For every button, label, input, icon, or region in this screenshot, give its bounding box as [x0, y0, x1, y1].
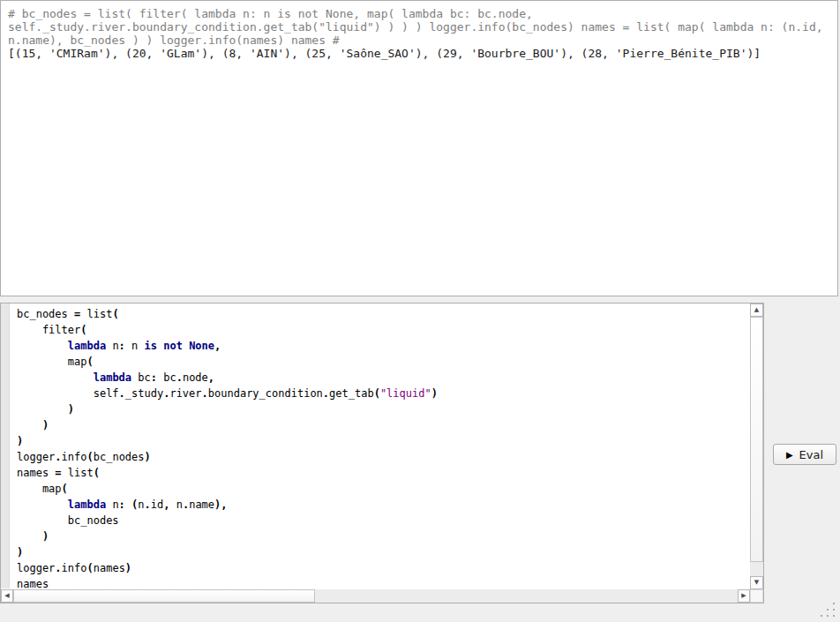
code-line: names — [17, 576, 749, 588]
history-line: self._study.river.boundary_condition.get… — [8, 20, 830, 34]
vertical-scrollbar-thumb[interactable] — [750, 317, 763, 562]
code-line: logger.info(bc_nodes) — [17, 449, 749, 465]
code-line: map( — [17, 481, 749, 497]
scroll-left-icon: ◀ — [4, 593, 9, 599]
scroll-down-button[interactable]: ▼ — [750, 576, 763, 589]
scroll-up-button[interactable]: ▲ — [750, 304, 763, 317]
eval-button[interactable]: ▶ Eval — [773, 444, 836, 465]
code-line: filter( — [17, 322, 749, 338]
history-log[interactable]: # bc_nodes = list( filter( lambda n: n i… — [0, 0, 838, 296]
code-lines: bc_nodes = list( filter( lambda n: n is … — [17, 306, 749, 588]
code-line: ) — [17, 401, 749, 417]
scroll-down-icon: ▼ — [754, 580, 759, 586]
eval-button-label: Eval — [799, 448, 824, 461]
scroll-right-button[interactable]: ▶ — [738, 589, 750, 603]
code-line: map( — [17, 354, 749, 370]
code-line: self._study.river.boundary_condition.get… — [17, 386, 749, 401]
code-line: bc_nodes — [17, 513, 749, 528]
play-icon: ▶ — [786, 450, 793, 460]
history-line: # bc_nodes = list( filter( lambda n: n i… — [8, 7, 830, 20]
history-lines: # bc_nodes = list( filter( lambda n: n i… — [8, 7, 830, 60]
resize-grip[interactable] — [821, 603, 822, 604]
editor-margin — [1, 304, 10, 588]
code-line: lambda n: (n.id, n.name), — [17, 497, 749, 513]
code-line: ) — [17, 433, 749, 449]
scroll-up-icon: ▲ — [754, 307, 759, 313]
code-line: logger.info(names) — [17, 560, 749, 576]
code-line: lambda bc: bc.node, — [17, 370, 749, 386]
code-line: names = list( — [17, 465, 749, 481]
history-line: [(15, 'CMIRam'), (20, 'GLam'), (8, 'AIN'… — [8, 47, 830, 60]
horizontal-scrollbar-thumb[interactable] — [13, 589, 315, 603]
code-line: ) — [17, 417, 749, 433]
code-line: lambda n: n is not None, — [17, 338, 749, 354]
history-line: n.name), bc_nodes ) ) logger.info(names)… — [8, 34, 830, 47]
code-line: bc_nodes = list( — [17, 306, 749, 322]
scroll-left-button[interactable]: ◀ — [1, 589, 13, 603]
code-editor-pane: bc_nodes = list( filter( lambda n: n is … — [0, 303, 764, 603]
code-line: ) — [17, 544, 749, 560]
scrollbar-corner — [750, 589, 763, 603]
python-console-window: # bc_nodes = list( filter( lambda n: n i… — [0, 0, 840, 622]
scroll-right-icon: ▶ — [741, 593, 746, 599]
code-line: ) — [17, 528, 749, 544]
code-editor[interactable]: bc_nodes = list( filter( lambda n: n is … — [10, 304, 749, 588]
